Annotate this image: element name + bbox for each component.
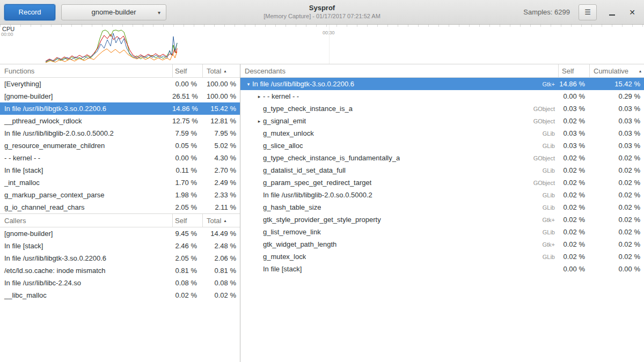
- cell-self: 2.05 %: [172, 203, 202, 211]
- caller-row[interactable]: /etc/ld.so.cache: inode mismatch0.81 %0.…: [0, 264, 240, 277]
- function-name: g_slice_alloc: [263, 142, 303, 150]
- expander-closed-icon[interactable]: ▸: [255, 94, 263, 99]
- function-name: g_signal_emit: [263, 117, 306, 125]
- library-badge: GLib: [536, 130, 558, 137]
- cell-total: 4.30 %: [202, 154, 240, 162]
- cell-total: 14.49 %: [202, 230, 240, 238]
- descendant-row[interactable]: gtk_widget_path_lengthGtk+0.02 %0.02 %: [240, 238, 644, 250]
- cell-name: g_list_remove_linkGLib: [240, 228, 558, 236]
- cell-name: In file [stack]: [0, 242, 172, 250]
- samples-count: Samples: 6299: [523, 8, 579, 16]
- close-button[interactable]: ✕: [625, 5, 640, 20]
- caller-row[interactable]: In file [stack]2.46 %2.48 %: [0, 240, 240, 252]
- library-badge: GLib: [536, 204, 558, 211]
- function-row[interactable]: g_io_channel_read_chars2.05 %2.11 %: [0, 201, 240, 213]
- cell-self: 0.02 %: [558, 216, 589, 224]
- descendant-row[interactable]: In file [stack]0.00 %0.00 %: [240, 263, 644, 275]
- descendant-row[interactable]: ▸- - kernel - -0.00 %0.29 %: [240, 90, 644, 102]
- column-header-total[interactable]: Total ▴: [202, 214, 240, 227]
- minimize-button[interactable]: [604, 5, 619, 20]
- cell-name: g_hash_table_sizeGLib: [240, 203, 558, 211]
- left-pane: Functions Self Total ▴ [Everything]0.00 …: [0, 64, 240, 362]
- cpu-graph[interactable]: CPU 00:00 00:30: [0, 25, 644, 64]
- descendant-row[interactable]: g_datalist_id_set_data_fullGLib0.02 %0.0…: [240, 164, 644, 176]
- cell-name: gtk_widget_path_lengthGtk+: [240, 240, 558, 248]
- function-row[interactable]: __pthread_rwlock_rdlock12.75 %12.81 %: [0, 115, 240, 127]
- column-label: Callers: [4, 217, 26, 225]
- cell-self: 1.98 %: [172, 191, 202, 199]
- cell-name: g_resource_enumerate_children: [0, 142, 172, 150]
- column-header-total[interactable]: Total ▴: [202, 64, 240, 77]
- function-name: g_param_spec_get_redirect_target: [263, 179, 371, 187]
- descendant-row[interactable]: In file /usr/lib/libglib-2.0.so.0.5000.2…: [240, 189, 644, 201]
- function-row[interactable]: In file [stack]0.11 %2.70 %: [0, 164, 240, 176]
- function-row[interactable]: [Everything]0.00 %100.00 %: [0, 78, 240, 90]
- cell-cumulative: 15.42 %: [589, 80, 644, 88]
- descendant-row[interactable]: ▾In file /usr/lib/libgtk-3.so.0.2200.6Gt…: [240, 78, 644, 90]
- descendant-row[interactable]: g_hash_table_sizeGLib0.02 %0.02 %: [240, 201, 644, 213]
- process-selector[interactable]: gnome-builder ▾: [61, 4, 166, 20]
- function-row[interactable]: - - kernel - -0.00 %4.30 %: [0, 152, 240, 164]
- time-tick-start: 00:00: [1, 32, 13, 37]
- caller-row[interactable]: __libc_malloc0.02 %0.02 %: [0, 289, 240, 301]
- cell-name: g_param_spec_get_redirect_targetGObject: [240, 179, 558, 187]
- cell-name: _int_malloc: [0, 179, 172, 187]
- menu-button[interactable]: ☰: [579, 4, 597, 20]
- function-row[interactable]: _int_malloc1.70 %2.49 %: [0, 176, 240, 189]
- cell-self: 0.02 %: [558, 179, 589, 187]
- cell-self: 0.81 %: [172, 267, 202, 275]
- column-label: Total: [207, 67, 221, 75]
- cell-self: 1.70 %: [172, 179, 202, 187]
- caller-row[interactable]: In file /usr/lib/libgtk-3.so.0.2200.62.0…: [0, 252, 240, 264]
- function-row[interactable]: g_resource_enumerate_children0.05 %5.02 …: [0, 139, 240, 152]
- cell-name: In file /usr/lib/libglib-2.0.so.0.5000.2…: [240, 191, 558, 199]
- cell-self: 0.03 %: [558, 105, 589, 113]
- cell-self: 0.00 %: [558, 265, 589, 273]
- caller-row[interactable]: [gnome-builder]9.45 %14.49 %: [0, 227, 240, 240]
- cell-cumulative: 0.02 %: [589, 228, 644, 236]
- function-row[interactable]: In file /usr/lib/libgtk-3.so.0.2200.614.…: [0, 102, 240, 115]
- function-row[interactable]: g_markup_parse_context_parse1.98 %2.33 %: [0, 189, 240, 201]
- descendant-row[interactable]: g_list_remove_linkGLib0.02 %0.02 %: [240, 226, 644, 238]
- cell-self: 14.86 %: [558, 80, 589, 88]
- timeline-ticks: [0, 25, 644, 27]
- descendant-row[interactable]: g_type_check_instance_is_fundamentally_a…: [240, 152, 644, 164]
- cell-self: 0.03 %: [558, 142, 589, 150]
- column-label: Descendants: [245, 67, 286, 75]
- cell-name: gtk_style_provider_get_style_propertyGtk…: [240, 216, 558, 224]
- library-badge: Gtk+: [536, 217, 558, 223]
- descendant-row[interactable]: g_mutex_lockGLib0.02 %0.02 %: [240, 250, 644, 263]
- descendant-row[interactable]: gtk_style_provider_get_style_propertyGtk…: [240, 213, 644, 226]
- descendant-row[interactable]: ▸g_signal_emitGObject0.02 %0.03 %: [240, 115, 644, 127]
- column-header-descendants[interactable]: Descendants: [240, 64, 558, 77]
- sort-indicator-icon: ▴: [224, 69, 226, 73]
- descendant-row[interactable]: g_mutex_unlockGLib0.03 %0.03 %: [240, 127, 644, 139]
- expander-open-icon[interactable]: ▾: [245, 82, 252, 87]
- cell-cumulative: 0.02 %: [589, 203, 644, 211]
- column-header-callers[interactable]: Callers: [0, 214, 172, 227]
- column-header-cumulative[interactable]: Cumulative ▴: [589, 64, 644, 77]
- cell-name: In file /usr/lib/libgtk-3.so.0.2200.6: [0, 105, 172, 113]
- column-header-self[interactable]: Self: [172, 214, 202, 227]
- descendant-row[interactable]: g_param_spec_get_redirect_targetGObject0…: [240, 176, 644, 189]
- descendant-row[interactable]: g_slice_allocGLib0.03 %0.03 %: [240, 139, 644, 152]
- main-content: Functions Self Total ▴ [Everything]0.00 …: [0, 64, 644, 362]
- cell-name: g_type_check_instance_is_aGObject: [240, 105, 558, 113]
- caller-row[interactable]: In file /usr/lib/libc-2.24.so0.08 %0.08 …: [0, 277, 240, 289]
- function-row[interactable]: In file /usr/lib/libglib-2.0.so.0.5000.2…: [0, 127, 240, 139]
- column-header-functions[interactable]: Functions: [0, 64, 172, 77]
- record-button[interactable]: Record: [4, 4, 55, 20]
- cell-name: In file /usr/lib/libglib-2.0.so.0.5000.2: [0, 129, 172, 137]
- cell-name: [gnome-builder]: [0, 92, 172, 100]
- column-header-self[interactable]: Self: [558, 64, 589, 77]
- function-name: In file [stack]: [263, 265, 302, 273]
- callers-header-row: Callers Self Total ▴: [0, 214, 240, 227]
- function-row[interactable]: [gnome-builder]26.51 %100.00 %: [0, 90, 240, 102]
- descendant-row[interactable]: g_type_check_instance_is_aGObject0.03 %0…: [240, 102, 644, 115]
- column-header-self[interactable]: Self: [172, 64, 202, 77]
- cell-cumulative: 0.02 %: [589, 240, 644, 248]
- cell-self: 0.02 %: [558, 191, 589, 199]
- headerbar: Record gnome-builder ▾ Sysprof [Memory C…: [0, 0, 644, 25]
- expander-closed-icon[interactable]: ▸: [255, 119, 263, 124]
- library-badge: GLib: [536, 167, 558, 174]
